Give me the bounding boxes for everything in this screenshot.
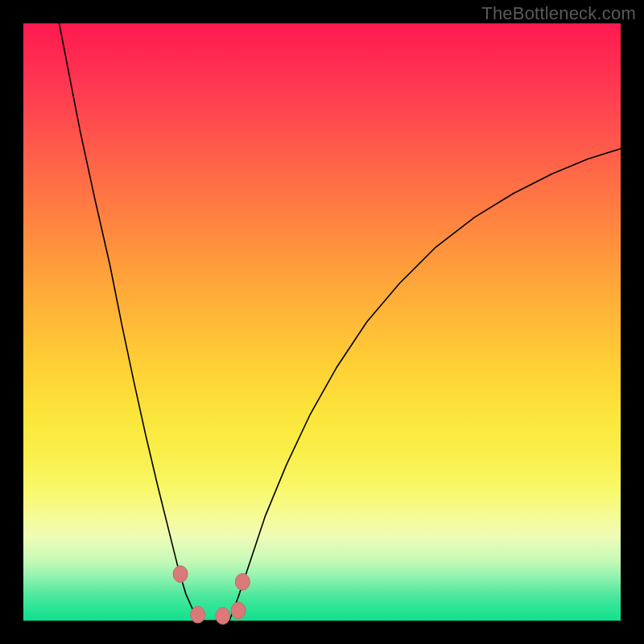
curve-marker <box>235 573 250 590</box>
watermark-text: TheBottleneck.com <box>481 3 636 24</box>
plot-svg <box>23 23 621 621</box>
curve-marker <box>231 602 246 619</box>
curve-marker <box>191 606 205 623</box>
curve-marker <box>173 566 188 583</box>
curve-marker <box>216 608 230 625</box>
gradient-plot-area <box>23 23 621 621</box>
bottleneck-curve <box>60 23 621 621</box>
